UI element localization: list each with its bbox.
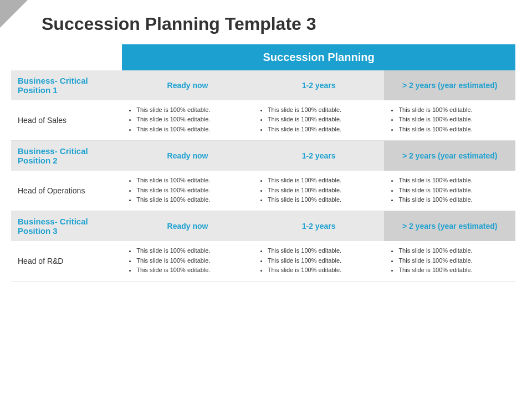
section3-data-row: Head of R&D This slide is 100% editable.… <box>11 241 515 282</box>
section2-header-row: Business- CriticalPosition 2 Ready now 1… <box>11 141 515 171</box>
section2-role: Head of Operations <box>11 171 122 211</box>
section2-bullets-ready: This slide is 100% editable. This slide … <box>122 171 253 211</box>
section3-label: Business- CriticalPosition 3 <box>11 211 122 242</box>
section3-bullets-2plus: This slide is 100% editable. This slide … <box>384 241 515 282</box>
section1-bullets-2plus: This slide is 100% editable. This slide … <box>384 100 515 141</box>
main-header-row: Succession Planning <box>11 44 515 70</box>
section2-2plus: > 2 years (year estimated) <box>384 141 515 171</box>
section2-label: Business- CriticalPosition 2 <box>11 141 122 171</box>
section1-bullets-1to2: This slide is 100% editable. This slide … <box>253 100 385 141</box>
section3-bullets-ready: This slide is 100% editable. This slide … <box>122 241 253 282</box>
header-empty-cell <box>11 44 122 70</box>
section2-bullets-1to2: This slide is 100% editable. This slide … <box>253 171 385 211</box>
section2-bullets-2plus: This slide is 100% editable. This slide … <box>384 171 515 211</box>
page-container: Succession Planning Template 3 Successio… <box>0 0 532 399</box>
section1-ready: Ready now <box>122 70 253 100</box>
section3-role: Head of R&D <box>11 241 122 282</box>
section2-ready: Ready now <box>122 141 253 171</box>
section2-data-row: Head of Operations This slide is 100% ed… <box>11 171 515 211</box>
section3-ready: Ready now <box>122 211 253 242</box>
section1-2plus: > 2 years (year estimated) <box>384 70 515 100</box>
header-title: Succession Planning <box>122 44 515 70</box>
section1-role: Head of Sales <box>11 100 122 141</box>
section1-label: Business- CriticalPosition 1 <box>11 70 122 100</box>
section3-bullets-1to2: This slide is 100% editable. This slide … <box>253 241 385 282</box>
section1-bullets-ready: This slide is 100% editable. This slide … <box>122 100 253 141</box>
corner-accent <box>0 0 33 33</box>
section1-header-row: Business- CriticalPosition 1 Ready now 1… <box>11 70 515 100</box>
section1-1to2: 1-2 years <box>253 70 385 100</box>
page-title: Succession Planning Template 3 <box>11 11 515 34</box>
section3-header-row: Business- CriticalPosition 3 Ready now 1… <box>11 211 515 242</box>
section3-2plus: > 2 years (year estimated) <box>384 211 515 242</box>
section3-1to2: 1-2 years <box>253 211 385 242</box>
section1-data-row: Head of Sales This slide is 100% editabl… <box>11 100 515 141</box>
planning-table: Succession Planning Business- CriticalPo… <box>11 44 515 282</box>
section2-1to2: 1-2 years <box>253 141 385 171</box>
